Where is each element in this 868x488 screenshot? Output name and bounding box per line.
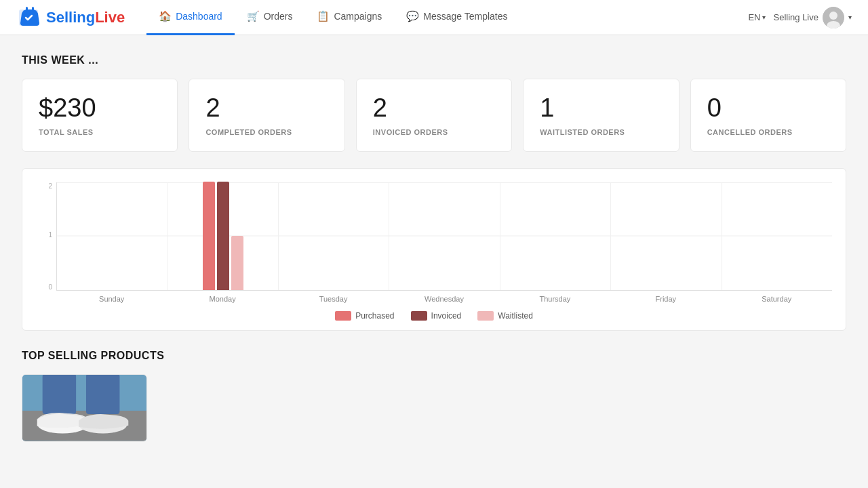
svg-rect-9	[86, 374, 119, 414]
x-label-wednesday: Wednesday	[389, 295, 499, 303]
x-label-saturday: Saturday	[722, 295, 832, 303]
total-sales-label: TOTAL SALES	[39, 128, 161, 136]
bar-group-monday	[167, 182, 278, 290]
x-label-thursday: Thursday	[500, 295, 610, 303]
main-content: THIS WEEK ... $230 TOTAL SALES 2 COMPLET…	[0, 35, 868, 483]
total-sales-value: $230	[39, 94, 161, 123]
svg-point-4	[829, 12, 837, 20]
invoiced-orders-value: 2	[373, 94, 495, 123]
product-card-shoes[interactable]	[22, 374, 147, 442]
waitlisted-orders-label: WAITLISTED ORDERS	[540, 128, 662, 136]
bar-group-sunday	[57, 182, 167, 290]
nav-item-orders[interactable]: 🛒 Orders	[235, 0, 305, 35]
invoiced-swatch	[411, 311, 427, 321]
legend-invoiced: Invoiced	[411, 311, 462, 321]
bar-group-tuesday	[279, 182, 389, 290]
logo-icon	[16, 4, 43, 31]
legend-waitlisted: Waitlisted	[477, 311, 533, 321]
bar-invoiced-monday	[217, 182, 229, 290]
header-right: EN ▾ Selling Live ▾	[748, 7, 852, 28]
svg-rect-2	[32, 7, 34, 14]
shoe-image	[22, 374, 146, 441]
y-label-2: 2	[48, 182, 52, 190]
stats-row: $230 TOTAL SALES 2 COMPLETED ORDERS 2 IN…	[22, 79, 846, 152]
x-label-monday: Monday	[167, 295, 277, 303]
campaigns-icon: 📋	[317, 10, 330, 22]
header: SellingLive 🏠 Dashboard 🛒 Orders 📋 Campa…	[0, 0, 868, 35]
chevron-down-icon: ▾	[762, 14, 766, 21]
bar-group-wednesday	[389, 182, 500, 290]
legend-purchased: Purchased	[335, 311, 394, 321]
bar-group-friday	[610, 182, 721, 290]
stat-card-total-sales: $230 TOTAL SALES	[22, 79, 178, 152]
main-nav: 🏠 Dashboard 🛒 Orders 📋 Campaigns 💬 Messa…	[146, 0, 748, 35]
cancelled-orders-value: 0	[707, 94, 829, 123]
svg-rect-1	[26, 7, 28, 14]
stat-card-waitlisted-orders: 1 WAITLISTED ORDERS	[523, 79, 679, 152]
message-icon: 💬	[406, 10, 419, 22]
completed-orders-label: COMPLETED ORDERS	[205, 128, 328, 136]
avatar	[823, 7, 844, 28]
product-image	[22, 375, 146, 441]
home-icon: 🏠	[159, 10, 172, 22]
top-products-title: TOP SELLING PRODUCTS	[22, 350, 846, 362]
waitlisted-orders-value: 1	[540, 94, 662, 123]
this-week-section: THIS WEEK ... $230 TOTAL SALES 2 COMPLET…	[22, 54, 846, 152]
invoiced-orders-label: INVOICED ORDERS	[373, 128, 495, 136]
user-menu[interactable]: Selling Live ▾	[774, 7, 852, 28]
purchased-swatch	[335, 311, 351, 321]
stat-card-cancelled-orders: 0 CANCELLED ORDERS	[690, 79, 846, 152]
logo[interactable]: SellingLive	[16, 4, 125, 31]
cart-icon: 🛒	[247, 10, 260, 22]
svg-rect-8	[43, 374, 76, 414]
y-label-1: 1	[48, 231, 52, 239]
completed-orders-value: 2	[205, 94, 328, 123]
this-week-title: THIS WEEK ...	[22, 54, 846, 66]
weekly-chart: 2 1 0	[22, 168, 846, 331]
x-label-friday: Friday	[610, 295, 721, 303]
nav-item-campaigns[interactable]: 📋 Campaigns	[304, 0, 394, 35]
nav-item-message-templates[interactable]: 💬 Message Templates	[394, 0, 519, 35]
waitlisted-swatch	[477, 311, 494, 321]
logo-text: SellingLive	[46, 9, 125, 26]
cancelled-orders-label: CANCELLED ORDERS	[707, 128, 829, 136]
x-label-tuesday: Tuesday	[278, 295, 389, 303]
stat-card-invoiced-orders: 2 INVOICED ORDERS	[356, 79, 512, 152]
stat-card-completed-orders: 2 COMPLETED ORDERS	[189, 79, 344, 152]
bar-purchased-monday	[203, 182, 215, 290]
language-selector[interactable]: EN ▾	[748, 12, 765, 22]
nav-item-dashboard[interactable]: 🏠 Dashboard	[146, 0, 235, 35]
y-label-0: 0	[48, 283, 52, 291]
chart-legend: Purchased Invoiced Waitlisted	[36, 311, 832, 321]
x-label-sunday: Sunday	[56, 295, 167, 303]
bar-group-thursday	[500, 182, 610, 290]
bar-waitlisted-monday	[231, 236, 243, 290]
x-labels: Sunday Monday Tuesday Wednesday Thursday…	[36, 295, 832, 303]
top-products-section: TOP SELLING PRODUCTS	[22, 350, 846, 442]
bar-group-saturday	[722, 182, 832, 290]
user-chevron-icon: ▾	[848, 14, 852, 21]
